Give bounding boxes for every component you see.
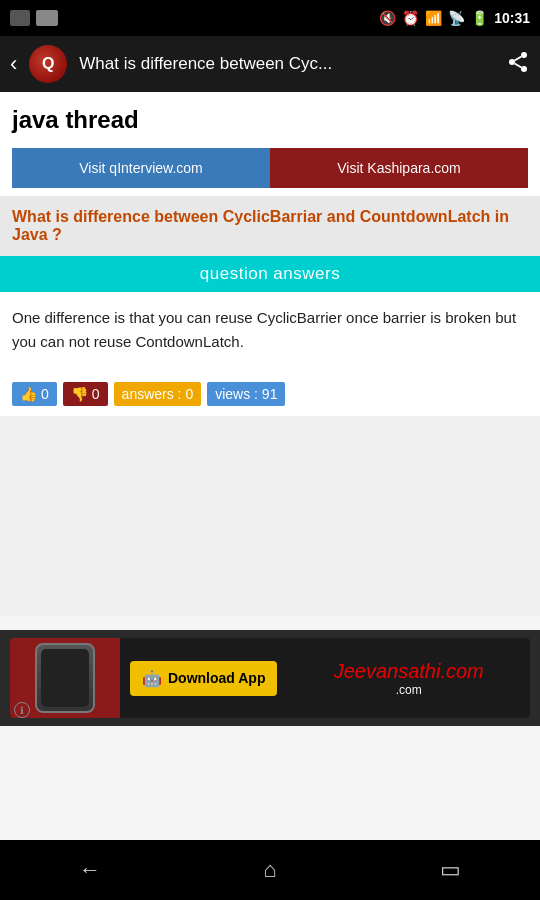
main-content: java thread Visit qInterview.com Visit K… <box>0 92 540 196</box>
battery-icon: 🔋 <box>471 10 488 26</box>
dislike-button[interactable]: 👎 0 <box>63 382 108 406</box>
download-app-button[interactable]: 🤖 Download App <box>130 661 277 696</box>
bottom-nav: ← ⌂ ▭ <box>0 840 540 900</box>
back-nav-button[interactable]: ← <box>50 850 130 890</box>
svg-point-1 <box>509 59 515 65</box>
visit-kashipara-button[interactable]: Visit Kashipara.com <box>270 148 528 188</box>
alarm-icon: ⏰ <box>402 10 419 26</box>
brand-domain: .com <box>440 660 483 682</box>
ad-info-icon[interactable]: ℹ <box>14 702 30 718</box>
status-bar: 🔇 ⏰ 📶 📡 🔋 10:31 <box>0 0 540 36</box>
question-text: What is difference between CyclicBarriar… <box>12 208 528 244</box>
brand-name: Jeevansathi.com <box>287 660 530 683</box>
home-nav-icon: ⌂ <box>263 857 276 883</box>
ad-inner: 🤖 Download App Jeevansathi.com .com <box>10 638 530 718</box>
nav-buttons: Visit qInterview.com Visit Kashipara.com <box>12 148 528 188</box>
page-title: java thread <box>12 106 528 134</box>
download-app-label: Download App <box>168 670 265 686</box>
phone-graphic <box>35 643 95 713</box>
svg-point-0 <box>521 52 527 58</box>
mute-icon: 🔇 <box>379 10 396 26</box>
android-icon: 🤖 <box>142 669 162 688</box>
thumbs-up-icon: 👍 <box>20 386 37 402</box>
time-display: 10:31 <box>494 10 530 26</box>
like-button[interactable]: 👍 0 <box>12 382 57 406</box>
answer-content: One difference is that you can reuse Cyc… <box>0 292 540 372</box>
status-bar-left <box>10 10 58 26</box>
notification-icon <box>10 10 30 26</box>
recent-nav-button[interactable]: ▭ <box>410 850 490 890</box>
ad-section: ℹ 🤖 Download App Jeevansathi.com .com <box>0 630 540 726</box>
empty-space <box>0 416 540 616</box>
signal-icon: 📡 <box>448 10 465 26</box>
ad-brand: Jeevansathi.com .com <box>287 660 530 697</box>
share-button[interactable] <box>506 50 530 79</box>
app-bar: ‹ Q What is difference between Cyc... <box>0 36 540 92</box>
brand-name-text: Jeevansathi <box>334 660 441 682</box>
qa-bar: question answers <box>0 256 540 292</box>
dislike-count: 0 <box>92 386 100 402</box>
answers-count: answers : 0 <box>114 382 202 406</box>
svg-line-4 <box>515 56 522 60</box>
svg-line-3 <box>515 63 522 67</box>
game-icon <box>36 10 58 26</box>
app-logo: Q <box>29 45 67 83</box>
wifi-icon: 📶 <box>425 10 442 26</box>
app-bar-title: What is difference between Cyc... <box>79 54 494 74</box>
back-nav-icon: ← <box>79 857 101 883</box>
thumbs-down-icon: 👎 <box>71 386 88 402</box>
recent-nav-icon: ▭ <box>440 857 461 883</box>
brand-tagline: .com <box>287 683 530 697</box>
status-bar-right: 🔇 ⏰ 📶 📡 🔋 10:31 <box>379 10 530 26</box>
visit-qinterview-button[interactable]: Visit qInterview.com <box>12 148 270 188</box>
question-section: What is difference between CyclicBarriar… <box>0 196 540 256</box>
home-nav-button[interactable]: ⌂ <box>230 850 310 890</box>
back-button[interactable]: ‹ <box>10 51 17 77</box>
views-count: views : 91 <box>207 382 285 406</box>
svg-point-2 <box>521 66 527 72</box>
stats-bar: 👍 0 👎 0 answers : 0 views : 91 <box>0 372 540 416</box>
like-count: 0 <box>41 386 49 402</box>
